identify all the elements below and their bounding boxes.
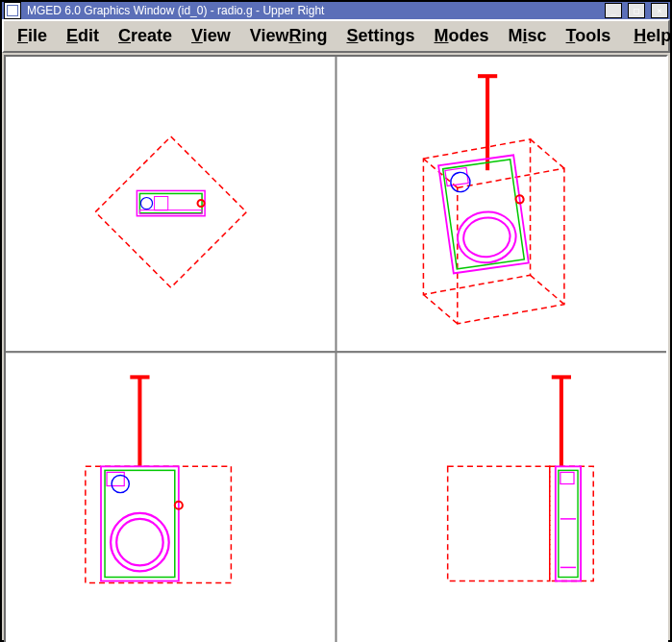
svg-marker-10 [458,168,564,324]
menu-misc[interactable]: Misc [501,24,555,48]
pane-perspective[interactable] [423,76,563,324]
svg-rect-0 [95,136,246,287]
svg-rect-29 [107,472,124,485]
menu-file[interactable]: File [10,24,55,48]
quad-viewport[interactable] [6,57,666,642]
menu-create[interactable]: Create [111,24,180,48]
svg-rect-3 [155,196,168,210]
window-title: MGED 6.0 Graphics Window (id_0) - radio.… [27,4,599,17]
pane-front[interactable] [86,377,232,582]
menu-view[interactable]: View [184,24,238,48]
svg-point-6 [198,200,205,207]
svg-point-18 [461,214,513,259]
svg-point-30 [112,475,129,492]
pane-right[interactable] [448,377,594,580]
svg-line-12 [531,139,564,168]
svg-rect-1 [137,190,205,215]
close-button[interactable]: × [651,3,668,18]
maximize-button[interactable]: □ [628,3,645,18]
svg-rect-16 [443,160,525,269]
menu-viewring[interactable]: ViewRing [242,24,336,48]
svg-line-14 [423,295,457,324]
viewport-frame [4,55,668,642]
menu-help[interactable]: Help [626,24,672,48]
menubar: FileEditCreateViewViewRingSettingsModesM… [2,19,670,53]
menu-modes[interactable]: Modes [427,24,497,48]
minimize-button[interactable]: _ [605,3,622,18]
svg-rect-34 [448,466,550,580]
svg-rect-25 [101,466,179,580]
svg-line-13 [531,275,564,304]
svg-point-28 [116,519,162,565]
menu-edit[interactable]: Edit [59,24,107,48]
svg-rect-19 [445,167,468,185]
svg-point-5 [140,197,152,209]
svg-point-27 [111,513,169,572]
pane-top[interactable] [95,136,246,287]
titlebar: MGED 6.0 Graphics Window (id_0) - radio.… [2,2,670,19]
menu-tools[interactable]: Tools [559,24,619,48]
menu-settings[interactable]: Settings [338,24,422,48]
svg-rect-15 [438,155,529,273]
app-window: MGED 6.0 Graphics Window (id_0) - radio.… [0,0,672,642]
svg-rect-38 [560,472,574,483]
app-icon [4,2,21,19]
svg-rect-37 [559,470,578,577]
